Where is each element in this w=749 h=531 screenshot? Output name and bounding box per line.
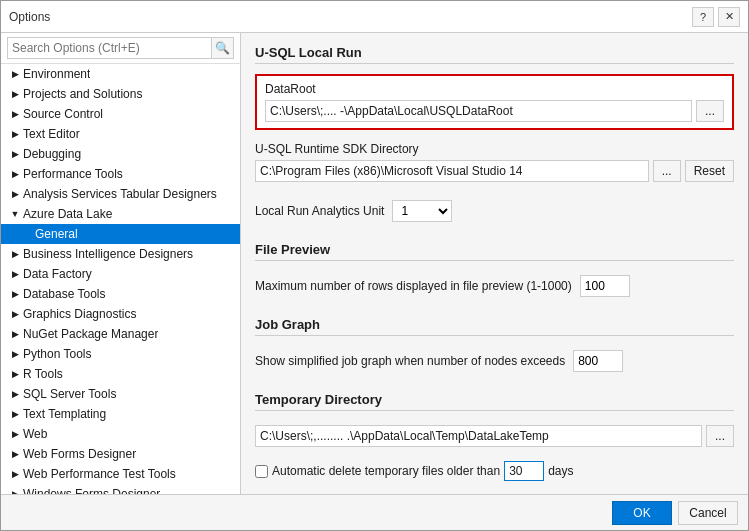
- tree-item-graphics-diagnostics[interactable]: ▶Graphics Diagnostics: [1, 304, 240, 324]
- expand-icon: ▶: [9, 188, 21, 200]
- tree-item-label-nuget-package-manager: NuGet Package Manager: [23, 327, 158, 341]
- job-graph-input[interactable]: [573, 350, 623, 372]
- tree-item-web[interactable]: ▶Web: [1, 424, 240, 444]
- runtime-sdk-label: U-SQL Runtime SDK Directory: [255, 142, 734, 156]
- tree-item-text-editor[interactable]: ▶Text Editor: [1, 124, 240, 144]
- tree-item-label-source-control: Source Control: [23, 107, 103, 121]
- tree-item-label-environment: Environment: [23, 67, 90, 81]
- tree-item-text-templating[interactable]: ▶Text Templating: [1, 404, 240, 424]
- right-panel: U-SQL Local Run DataRoot ... U-SQL Runti…: [241, 33, 748, 494]
- expand-icon: ▶: [9, 248, 21, 260]
- expand-icon: ▶: [9, 108, 21, 120]
- tree-item-nuget-package-manager[interactable]: ▶NuGet Package Manager: [1, 324, 240, 344]
- tree-item-label-text-editor: Text Editor: [23, 127, 80, 141]
- tree-item-python-tools[interactable]: ▶Python Tools: [1, 344, 240, 364]
- expand-icon: ▶: [9, 408, 21, 420]
- expand-icon: ▶: [9, 148, 21, 160]
- options-dialog: Options ? ✕ 🔍 ▶Environment▶Projects and …: [0, 0, 749, 531]
- tree-item-label-debugging: Debugging: [23, 147, 81, 161]
- auto-delete-checkbox[interactable]: [255, 465, 268, 478]
- tree-container[interactable]: ▶Environment▶Projects and Solutions▶Sour…: [1, 64, 240, 494]
- tree-item-label-text-templating: Text Templating: [23, 407, 106, 421]
- days-input[interactable]: [504, 461, 544, 481]
- close-button[interactable]: ✕: [718, 7, 740, 27]
- tree-item-web-performance-test[interactable]: ▶Web Performance Test Tools: [1, 464, 240, 484]
- auto-delete-row: Automatic delete temporary files older t…: [255, 461, 734, 481]
- search-input[interactable]: [7, 37, 212, 59]
- temp-dir-row: ...: [255, 425, 734, 447]
- analytics-unit-row: Local Run Analytics Unit 1 2 4 8: [255, 200, 734, 222]
- analytics-unit-label: Local Run Analytics Unit: [255, 204, 384, 218]
- title-bar-controls: ? ✕: [692, 7, 740, 27]
- left-panel: 🔍 ▶Environment▶Projects and Solutions▶So…: [1, 33, 241, 494]
- dataroot-input[interactable]: [265, 100, 692, 122]
- cancel-button[interactable]: Cancel: [678, 501, 738, 525]
- expand-icon: ▶: [9, 68, 21, 80]
- tree-item-analysis-services[interactable]: ▶Analysis Services Tabular Designers: [1, 184, 240, 204]
- tree-item-label-python-tools: Python Tools: [23, 347, 92, 361]
- tree-item-label-web: Web: [23, 427, 47, 441]
- tree-item-projects-solutions[interactable]: ▶Projects and Solutions: [1, 84, 240, 104]
- runtime-sdk-browse-button[interactable]: ...: [653, 160, 681, 182]
- no-expand-icon: [21, 228, 33, 240]
- tree-item-performance-tools[interactable]: ▶Performance Tools: [1, 164, 240, 184]
- expand-icon: ▶: [9, 388, 21, 400]
- tree-item-label-projects-solutions: Projects and Solutions: [23, 87, 142, 101]
- dialog-title: Options: [9, 10, 50, 24]
- tree-item-label-graphics-diagnostics: Graphics Diagnostics: [23, 307, 136, 321]
- dataroot-row: ...: [265, 100, 724, 122]
- file-preview-input[interactable]: [580, 275, 630, 297]
- tree-item-label-web-performance-test: Web Performance Test Tools: [23, 467, 176, 481]
- dataroot-browse-button[interactable]: ...: [696, 100, 724, 122]
- temp-dir-header: Temporary Directory: [255, 392, 734, 411]
- expand-icon: ▶: [9, 368, 21, 380]
- help-button[interactable]: ?: [692, 7, 714, 27]
- tree-item-label-azure-data-lake: Azure Data Lake: [23, 207, 112, 221]
- tree-item-database-tools[interactable]: ▶Database Tools: [1, 284, 240, 304]
- tree-item-environment[interactable]: ▶Environment: [1, 64, 240, 84]
- expand-icon: ▶: [9, 448, 21, 460]
- tree-item-label-analysis-services: Analysis Services Tabular Designers: [23, 187, 217, 201]
- tree-item-azure-data-lake[interactable]: ▼Azure Data Lake: [1, 204, 240, 224]
- expand-icon: ▶: [9, 468, 21, 480]
- file-preview-header: File Preview: [255, 242, 734, 261]
- analytics-unit-dropdown[interactable]: 1 2 4 8: [392, 200, 452, 222]
- tree-item-label-business-intelligence: Business Intelligence Designers: [23, 247, 193, 261]
- tree-item-web-forms-designer[interactable]: ▶Web Forms Designer: [1, 444, 240, 464]
- tree-item-label-general: General: [35, 227, 78, 241]
- tree-item-general[interactable]: General: [1, 224, 240, 244]
- expand-icon: ▶: [9, 268, 21, 280]
- tree-item-data-factory[interactable]: ▶Data Factory: [1, 264, 240, 284]
- expand-icon: ▼: [9, 208, 21, 220]
- tree-item-r-tools[interactable]: ▶R Tools: [1, 364, 240, 384]
- tree-item-sql-server-tools[interactable]: ▶SQL Server Tools: [1, 384, 240, 404]
- title-bar: Options ? ✕: [1, 1, 748, 33]
- tree-item-label-windows-forms-designer: Windows Forms Designer: [23, 487, 160, 494]
- runtime-sdk-input[interactable]: [255, 160, 649, 182]
- ok-button[interactable]: OK: [612, 501, 672, 525]
- job-graph-header: Job Graph: [255, 317, 734, 336]
- tree-item-source-control[interactable]: ▶Source Control: [1, 104, 240, 124]
- usql-section-header: U-SQL Local Run: [255, 45, 734, 64]
- expand-icon: ▶: [9, 288, 21, 300]
- expand-icon: ▶: [9, 88, 21, 100]
- runtime-sdk-row: ... Reset: [255, 160, 734, 182]
- expand-icon: ▶: [9, 128, 21, 140]
- tree-item-label-web-forms-designer: Web Forms Designer: [23, 447, 136, 461]
- tree-item-label-data-factory: Data Factory: [23, 267, 92, 281]
- tree-item-debugging[interactable]: ▶Debugging: [1, 144, 240, 164]
- temp-dir-input[interactable]: [255, 425, 702, 447]
- bottom-bar: OK Cancel: [1, 494, 748, 530]
- runtime-sdk-section: U-SQL Runtime SDK Directory ... Reset: [255, 142, 734, 182]
- days-label: days: [548, 464, 573, 478]
- temp-dir-browse-button[interactable]: ...: [706, 425, 734, 447]
- search-icon[interactable]: 🔍: [212, 37, 234, 59]
- tree-item-business-intelligence[interactable]: ▶Business Intelligence Designers: [1, 244, 240, 264]
- content-area: 🔍 ▶Environment▶Projects and Solutions▶So…: [1, 33, 748, 494]
- runtime-sdk-reset-button[interactable]: Reset: [685, 160, 734, 182]
- dataroot-section: DataRoot ...: [255, 74, 734, 130]
- dataroot-label: DataRoot: [265, 82, 724, 96]
- tree-item-windows-forms-designer[interactable]: ▶Windows Forms Designer: [1, 484, 240, 494]
- expand-icon: ▶: [9, 308, 21, 320]
- job-graph-row: Show simplified job graph when number of…: [255, 350, 734, 372]
